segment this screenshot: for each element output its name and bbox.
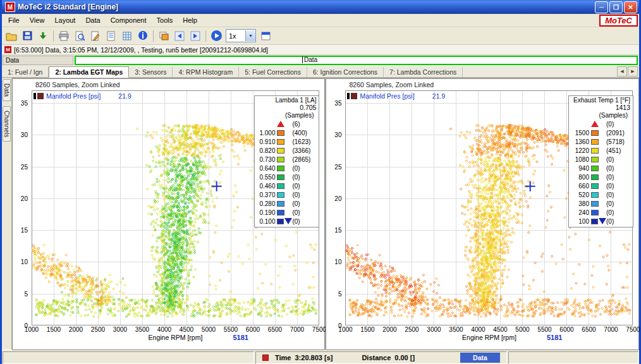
menu-component[interactable]: Component: [106, 15, 152, 25]
legend-row: 1360(5718): [570, 137, 632, 146]
x-tick-label: 1000: [335, 326, 355, 333]
legend-band-swatch: [277, 174, 292, 180]
close-button[interactable]: ✕: [624, 1, 637, 13]
legend-rows: (0)1500(2091)1360(5718)1220(451)1080(0)9…: [570, 119, 632, 226]
legend-band-value: 1500: [570, 130, 589, 136]
print-icon[interactable]: [56, 28, 71, 44]
legend-band-swatch: [277, 139, 292, 145]
legend-band-count: (0): [606, 209, 632, 216]
legend-row: 0.370(0): [256, 190, 317, 199]
minimize-button[interactable]: ─: [595, 1, 608, 13]
save-icon[interactable]: [20, 28, 35, 44]
time-distance-cell: Time 3:20.803 [s] Distance 0.00 [] Data: [255, 351, 507, 364]
edit-icon[interactable]: [88, 28, 103, 44]
legend-band-value: 940: [570, 165, 589, 172]
title-bar[interactable]: M MoTeC i2 Standard [Engine] ─ ❐ ✕: [2, 0, 639, 14]
menu-help[interactable]: Help: [178, 15, 202, 25]
speed-select[interactable]: 1x ▼: [226, 29, 256, 42]
legend-band-value: 0.460: [256, 183, 275, 190]
legend-row: (0): [570, 119, 632, 128]
dock-tab-channels[interactable]: Channels: [3, 106, 11, 142]
worksheet-tab-6[interactable]: 6: Ignition Corrections: [307, 67, 384, 77]
x-tick-label: 2000: [66, 326, 86, 333]
app-icon: M: [5, 2, 15, 12]
worksheet-tab-5[interactable]: 5: Fuel Corrections: [239, 67, 307, 77]
x-tick-label: 1000: [21, 326, 42, 333]
worksheet-tab-4[interactable]: 4: RPM Histogram: [173, 67, 239, 77]
export-icon[interactable]: [35, 28, 51, 44]
legend-band-count: (0): [606, 191, 632, 198]
legend-band-value: 1360: [570, 138, 589, 145]
data-range-bar[interactable]: Data: [75, 56, 638, 65]
legend-band-swatch: [277, 210, 292, 215]
x-tick-label: 6000: [556, 326, 577, 333]
toolbar: 1x ▼: [2, 27, 639, 45]
menu-view[interactable]: View: [25, 15, 50, 25]
legend-row: 0.820(3366): [256, 146, 317, 155]
worksheet-tab-7[interactable]: 7: Lambda Corrections: [384, 67, 463, 77]
open-icon[interactable]: [4, 28, 19, 44]
menu-file[interactable]: File: [3, 15, 25, 25]
legend-band-count: (0): [606, 165, 632, 172]
legend-band-count: (5718): [606, 138, 632, 145]
x-axis-title: Engine RPM [rpm]: [32, 334, 319, 341]
maximize-button[interactable]: ❐: [609, 1, 623, 13]
x-tick-label: 2500: [401, 326, 422, 333]
legend-band-count: (0): [292, 209, 317, 216]
x-tick-label: 6500: [265, 326, 285, 333]
overlap-windows-icon[interactable]: [156, 28, 171, 44]
menu-layout[interactable]: Layout: [49, 15, 80, 25]
print-preview-icon[interactable]: [72, 28, 87, 44]
tabs-scroll-right-icon[interactable]: ▶: [628, 66, 638, 76]
legend-row: 0.550(0): [256, 173, 317, 181]
legend-row: 1.000(400): [256, 128, 317, 137]
worksheet-tab-1[interactable]: 1: Fuel / Ign: [2, 67, 49, 77]
properties-icon[interactable]: [258, 28, 273, 44]
play-icon[interactable]: [209, 28, 224, 44]
color-legend[interactable]: Exhaust Temp 1 [°F] 1413 (Samples) (0)15…: [568, 95, 633, 228]
worksheet-tab-3[interactable]: 3: Sensors: [129, 67, 173, 77]
channel-readout[interactable]: Manifold Pres [psi] 21.9: [34, 92, 131, 100]
legend-band-swatch: [591, 174, 606, 180]
legend-row: 100(0): [570, 217, 632, 226]
menu-data[interactable]: Data: [80, 15, 105, 25]
y-axis-labels: 05101520253035: [326, 90, 343, 325]
legend-row: 0.730(2865): [256, 155, 317, 164]
legend-row: 660(0): [570, 181, 632, 190]
report-icon[interactable]: [104, 28, 119, 44]
info-icon[interactable]: [135, 28, 150, 44]
legend-band-value: 100: [570, 218, 589, 225]
x-tick-label: 5000: [512, 326, 532, 333]
egt-map-panel[interactable]: 8260 Samples, Zoom Linked 05101520253035…: [326, 78, 639, 350]
x-tick-label: 5500: [534, 326, 554, 333]
legend-header: (Samples): [570, 112, 632, 119]
legend-band-count: (0): [292, 165, 317, 172]
dock-tab-data[interactable]: Data: [3, 79, 11, 101]
menu-tools[interactable]: Tools: [152, 15, 178, 25]
range-cursor[interactable]: Data: [302, 56, 317, 63]
x-tick-label: 5000: [198, 326, 219, 333]
worksheet-tab-2[interactable]: 2: Lambda EGT Maps: [49, 66, 129, 78]
legend-band-swatch: [591, 139, 606, 145]
legend-band-value: 0.910: [256, 138, 275, 145]
legend-band-value: 800: [570, 174, 589, 181]
legend-band-value: 0.820: [256, 147, 275, 154]
legend-band-count: (0): [606, 218, 632, 225]
back-icon[interactable]: [172, 28, 187, 44]
motec-file-icon: M: [4, 46, 11, 53]
forward-icon[interactable]: [188, 28, 203, 44]
chevron-down-icon[interactable]: ▼: [245, 30, 255, 41]
lambda-map-panel[interactable]: 8260 Samples, Zoom Linked 05101520253035…: [12, 78, 326, 350]
x-tick-label: 4500: [176, 326, 197, 333]
legend-band-count: (0): [606, 200, 632, 207]
legend-band-swatch: [591, 130, 606, 136]
legend-band-value: 0.100: [256, 218, 275, 225]
time-value: 3:20.803 [s]: [295, 354, 333, 361]
color-legend[interactable]: Lambda 1 [LA] 0.705 (Samples) (6)1.000(4…: [254, 95, 319, 228]
legend-row: 0.640(0): [256, 164, 317, 173]
tabs-scroll-left-icon[interactable]: ◀: [617, 66, 627, 76]
channel-readout[interactable]: Manifold Pres [psi] 21.9: [347, 92, 445, 100]
log-info-text: [6:53.000] Data, 3:15:05 PM, 12/12/2009,…: [14, 46, 268, 54]
y-tick-label: 15: [326, 227, 341, 234]
grid-icon[interactable]: [119, 28, 135, 44]
